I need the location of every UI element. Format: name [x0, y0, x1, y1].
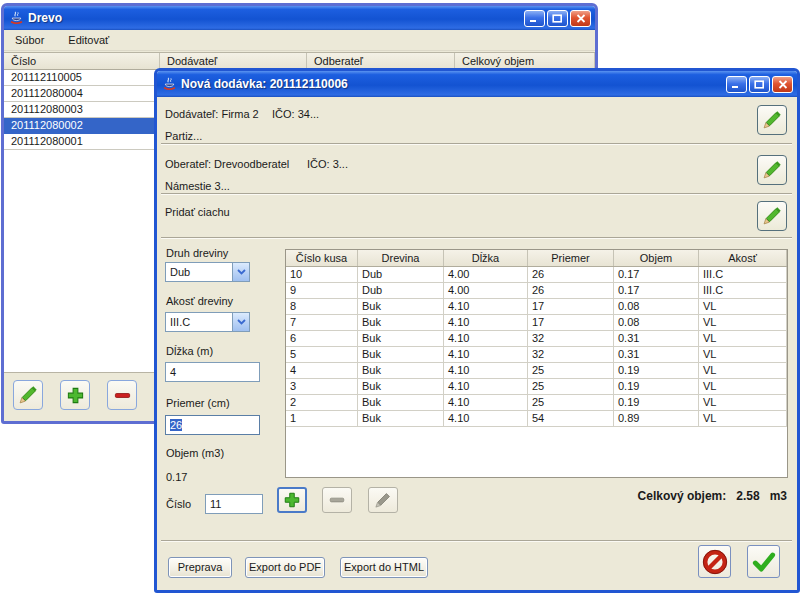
column-header-dlzka[interactable]: Dĺžka — [444, 250, 528, 266]
pencil-icon — [18, 385, 38, 405]
chevron-down-icon — [232, 313, 249, 331]
total-volume-value: 2.58 — [736, 489, 759, 503]
separator — [161, 540, 792, 542]
column-header-priemer[interactable]: Priemer — [528, 250, 614, 266]
dialog-title: Nová dodávka: 201112110006 — [181, 77, 722, 91]
remove-piece-button[interactable] — [322, 487, 352, 513]
species-label: Druh dreviny — [166, 247, 228, 259]
edit-piece-button[interactable] — [368, 487, 398, 513]
table-row[interactable]: 4Buk4.10250.19VL — [286, 363, 787, 379]
table-row[interactable]: 9Dub4.00260.17III.C — [286, 283, 787, 299]
species-value: Dub — [166, 266, 232, 278]
pieces-table: Číslo kusa Drevina Dĺžka Priemer Objem A… — [285, 249, 788, 478]
column-header-akost[interactable]: Akosť — [699, 250, 787, 266]
length-label: Dĺžka (m) — [166, 345, 213, 357]
customer-address: Námestie 3... — [165, 180, 230, 192]
column-header-dodavatel[interactable]: Dodávateľ — [160, 53, 307, 69]
confirm-button[interactable] — [747, 545, 780, 578]
volume-label: Objem (m3) — [166, 447, 224, 459]
number-label: Číslo — [166, 498, 191, 510]
java-app-icon — [9, 11, 24, 26]
java-app-icon — [162, 77, 177, 92]
drevo-titlebar[interactable]: Drevo — [4, 6, 595, 30]
pencil-icon — [762, 206, 782, 226]
table-row[interactable]: 7Buk4.10170.08VL — [286, 315, 787, 331]
quality-label: Akosť dreviny — [166, 295, 233, 307]
length-input[interactable]: 4 — [165, 362, 260, 382]
nova-dodavka-dialog: Nová dodávka: 201112110006 Dodávateľ: Fi… — [154, 68, 800, 593]
window-title: Drevo — [28, 11, 520, 25]
remove-delivery-button[interactable] — [107, 380, 137, 410]
cancel-icon — [702, 549, 728, 575]
check-icon — [751, 549, 777, 575]
maximize-button[interactable] — [749, 76, 770, 93]
menu-editovat[interactable]: Editovať — [65, 32, 112, 48]
table-row[interactable]: 10Dub4.00260.17III.C — [286, 267, 787, 283]
quality-value: III.C — [166, 316, 232, 328]
separator — [161, 143, 792, 145]
table-row[interactable]: 5Buk4.10320.31VL — [286, 347, 787, 363]
table-row[interactable]: 8Buk4.10170.08VL — [286, 299, 787, 315]
supplier-ico: IČO: 34... — [272, 108, 319, 120]
volume-value: 0.17 — [166, 471, 187, 483]
add-delivery-button[interactable] — [60, 380, 90, 410]
diameter-label: Priemer (cm) — [166, 397, 230, 409]
dialog-titlebar[interactable]: Nová dodávka: 201112110006 — [157, 71, 797, 97]
close-button[interactable] — [772, 76, 793, 93]
edit-supplier-button[interactable] — [757, 105, 787, 135]
column-header-odberatel[interactable]: Odberateľ — [307, 53, 455, 69]
menu-subor[interactable]: Súbor — [12, 32, 47, 48]
column-header-objem[interactable]: Objem — [614, 250, 699, 266]
desktop: Drevo Súbor Editovať Číslo Dodávateľ Odb… — [0, 0, 800, 593]
species-combobox[interactable]: Dub — [165, 262, 250, 282]
preprava-button[interactable]: Preprava — [168, 557, 232, 578]
edit-customer-button[interactable] — [757, 155, 787, 185]
total-volume-unit: m3 — [770, 489, 787, 503]
add-stamp-button[interactable] — [757, 201, 787, 231]
table-row[interactable]: 1Buk4.10540.89VL — [286, 411, 787, 427]
pencil-icon — [762, 160, 782, 180]
export-pdf-button[interactable]: Export do PDF — [245, 557, 325, 578]
add-stamp-label: Pridať ciachu — [165, 206, 230, 218]
chevron-down-icon — [232, 263, 249, 281]
number-input[interactable]: 11 — [205, 494, 263, 514]
pencil-icon — [374, 491, 392, 509]
plus-icon — [283, 491, 301, 509]
separator — [161, 237, 792, 239]
table-row[interactable]: 2Buk4.10250.19VL — [286, 395, 787, 411]
minimize-button[interactable] — [524, 10, 545, 27]
quality-combobox[interactable]: III.C — [165, 312, 250, 332]
pieces-table-body: 10Dub4.00260.17III.C9Dub4.00260.17III.C8… — [286, 267, 787, 427]
customer-label: Oberateľ: Drevoodberatel — [165, 158, 289, 170]
total-volume-label: Celkový objem: — [638, 489, 727, 503]
total-volume: Celkový objem: 2.58 m3 — [638, 489, 787, 503]
minus-icon — [328, 491, 346, 509]
customer-ico: IČO: 3... — [307, 158, 348, 170]
maximize-button[interactable] — [547, 10, 568, 27]
export-html-button[interactable]: Export do HTML — [340, 557, 428, 578]
minus-icon — [113, 386, 132, 405]
diameter-input[interactable]: 26 — [165, 415, 260, 435]
pencil-icon — [762, 110, 782, 130]
edit-delivery-button[interactable] — [13, 380, 43, 410]
menubar: Súbor Editovať — [4, 30, 595, 51]
table-row[interactable]: 3Buk4.10250.19VL — [286, 379, 787, 395]
separator — [161, 193, 792, 195]
supplier-address: Partiz... — [165, 130, 202, 142]
column-header-cislo[interactable]: Číslo — [4, 53, 160, 69]
column-header-cislo-kusa[interactable]: Číslo kusa — [286, 250, 358, 266]
plus-icon — [66, 386, 85, 405]
close-button[interactable] — [570, 10, 591, 27]
add-piece-button[interactable] — [277, 487, 307, 513]
cancel-button[interactable] — [698, 545, 731, 578]
column-header-drevina[interactable]: Drevina — [358, 250, 444, 266]
minimize-button[interactable] — [726, 76, 747, 93]
supplier-label: Dodávateľ: Firma 2 — [165, 108, 259, 120]
column-header-celkovy-objem[interactable]: Celkový objem — [455, 53, 595, 69]
table-row[interactable]: 6Buk4.10320.31VL — [286, 331, 787, 347]
